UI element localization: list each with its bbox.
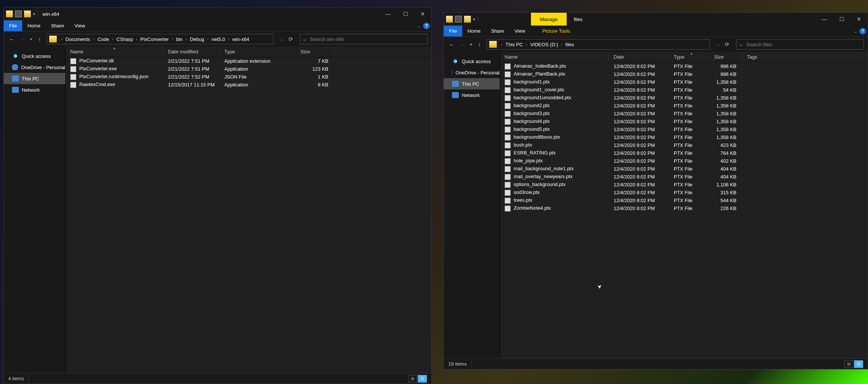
qat-dropdown-icon[interactable]: ▾ — [473, 17, 475, 22]
titlebar[interactable]: ▾ Manage files — ☐ ✕ — [444, 13, 868, 26]
file-row[interactable]: ESRB_RATING.ptx12/4/2020 8:02 PMPTX File… — [500, 149, 868, 157]
search-input[interactable]: ⌕ Search files — [736, 39, 864, 50]
help-icon[interactable]: ? — [859, 28, 866, 35]
nav-item-this-pc[interactable]: This PC — [4, 73, 65, 84]
nav-item-onedrive-personal[interactable]: OneDrive - Personal — [444, 67, 500, 78]
column-header-name[interactable]: Name — [500, 52, 609, 62]
chevron-right-icon[interactable]: › — [226, 37, 231, 41]
tab-file[interactable]: File — [444, 26, 462, 36]
nav-item-quick-access[interactable]: Quick access — [4, 50, 65, 62]
column-header-type[interactable]: Type — [220, 47, 301, 57]
file-row[interactable]: mail_overlay_newyears.ptx12/4/2020 8:02 … — [500, 173, 868, 181]
file-row[interactable]: PtxConverter.exe2/21/2022 7:51 PMApplica… — [66, 65, 431, 73]
history-dropdown-icon[interactable]: ▾ — [470, 42, 472, 47]
tab-file[interactable]: File — [4, 20, 22, 31]
column-header-tags[interactable]: Tags — [742, 52, 774, 62]
tab-home[interactable]: Home — [22, 20, 46, 31]
column-header-name[interactable]: Name▴ — [66, 47, 163, 57]
column-header-date[interactable]: Date — [609, 52, 669, 62]
file-row[interactable]: PtxConverter.runtimeconfig.json2/21/2022… — [66, 73, 431, 81]
file-row[interactable]: bush.ptx12/4/2020 8:02 PMPTX File423 KB — [500, 141, 868, 149]
file-row[interactable]: background6boss.ptx12/4/2020 8:02 PMPTX … — [500, 133, 868, 141]
view-details-button[interactable]: ☰ — [854, 360, 863, 368]
history-dropdown-icon[interactable]: ▾ — [30, 37, 32, 42]
chevron-right-icon[interactable]: › — [110, 37, 116, 41]
view-details-button[interactable]: ☰ — [418, 375, 427, 382]
minimize-button[interactable]: — — [380, 8, 397, 20]
file-row[interactable]: background1.ptx12/4/2020 8:02 PMPTX File… — [500, 78, 868, 86]
file-row[interactable]: background2.ptx12/4/2020 8:02 PMPTX File… — [500, 102, 868, 110]
refresh-icon[interactable]: ⟳ — [286, 36, 295, 42]
breadcrumb[interactable]: Code — [97, 36, 110, 42]
breadcrumb[interactable]: bin — [175, 36, 183, 42]
minimize-button[interactable]: — — [816, 13, 833, 26]
view-large-icons-button[interactable]: ▦ — [844, 360, 853, 368]
chevron-right-icon[interactable]: › — [59, 37, 65, 41]
file-row[interactable]: PtxConverter.dll2/21/2022 7:51 PMApplica… — [66, 57, 431, 65]
forward-button[interactable]: → — [459, 40, 467, 48]
address-dropdown-icon[interactable]: ⌄ — [714, 42, 722, 47]
chevron-right-icon[interactable]: › — [205, 37, 211, 41]
tab-share[interactable]: Share — [46, 20, 70, 31]
file-row[interactable]: hole_pipe.ptx12/4/2020 8:02 PMPTX File40… — [500, 157, 868, 165]
address-bar[interactable]: › Documents›Code›CSharp›PtxConverter›bin… — [47, 34, 274, 44]
file-row[interactable]: background1_cover.ptx12/4/2020 8:02 PMPT… — [500, 86, 868, 94]
back-button[interactable]: ← — [448, 40, 456, 48]
refresh-icon[interactable]: ⟳ — [723, 41, 732, 47]
forward-button[interactable]: → — [19, 35, 27, 43]
file-row[interactable]: background3.ptx12/4/2020 8:02 PMPTX File… — [500, 110, 868, 118]
nav-item-quick-access[interactable]: Quick access — [444, 56, 500, 67]
file-row[interactable]: RawtexCmd.exe12/15/2017 11:15 PMApplicat… — [66, 81, 431, 89]
column-header-type[interactable]: Type▴ — [669, 52, 714, 62]
qat-dropdown-icon[interactable]: ▾ — [33, 12, 35, 17]
file-row[interactable]: Almanac_IndexBack.ptx12/4/2020 8:02 PMPT… — [500, 62, 868, 70]
search-input[interactable]: ⌕ Search win-x64 — [300, 34, 428, 44]
help-icon[interactable]: ? — [423, 23, 430, 29]
tab-home[interactable]: Home — [462, 26, 486, 36]
file-row[interactable]: ZombieNote4.ptx12/4/2020 8:02 PMPTX File… — [500, 204, 868, 212]
file-row[interactable]: background4.ptx12/4/2020 8:02 PMPTX File… — [500, 118, 868, 125]
tab-view[interactable]: View — [69, 20, 90, 31]
column-header-size[interactable]: Size — [301, 47, 334, 57]
breadcrumb[interactable]: files — [565, 42, 575, 47]
breadcrumb[interactable]: PtxConverter — [139, 36, 169, 42]
column-header-date-modified[interactable]: Date modified — [163, 47, 220, 57]
breadcrumb[interactable]: Debug — [189, 36, 205, 42]
properties-icon[interactable] — [455, 16, 462, 23]
breadcrumb[interactable]: CSharp — [116, 36, 134, 42]
ribbon-collapse-icon[interactable]: ⌄ — [417, 24, 421, 29]
address-bar[interactable]: › This PC›VIDEOS (D:)›files — [487, 39, 710, 50]
tab-share[interactable]: Share — [486, 26, 510, 36]
up-button[interactable]: ↑ — [35, 35, 44, 43]
chevron-right-icon[interactable]: › — [499, 42, 505, 47]
file-row[interactable]: mail_background_note1.ptx12/4/2020 8:02 … — [500, 165, 868, 173]
maximize-button[interactable]: ☐ — [833, 13, 850, 26]
ribbon-collapse-icon[interactable]: ⌄ — [854, 29, 857, 34]
breadcrumb[interactable]: win-x64 — [231, 36, 250, 42]
column-header-size[interactable]: Size — [714, 52, 742, 62]
new-folder-icon[interactable] — [464, 16, 471, 23]
back-button[interactable]: ← — [8, 35, 16, 43]
breadcrumb[interactable]: VIDEOS (D:) — [529, 42, 559, 47]
breadcrumb[interactable]: This PC — [505, 42, 523, 47]
chevron-right-icon[interactable]: › — [559, 42, 564, 47]
chevron-right-icon[interactable]: › — [169, 37, 175, 41]
file-row[interactable]: sod3row.ptx12/4/2020 8:02 PMPTX File315 … — [500, 189, 868, 197]
chevron-right-icon[interactable]: › — [91, 37, 97, 41]
titlebar[interactable]: ▾ win-x64 — ☐ ✕ — [4, 8, 431, 20]
tab-view[interactable]: View — [509, 26, 530, 36]
tab-picture-tools[interactable]: Picture Tools — [537, 26, 575, 36]
file-row[interactable]: background5.ptx12/4/2020 8:02 PMPTX File… — [500, 125, 868, 133]
view-large-icons-button[interactable]: ▦ — [408, 375, 417, 382]
close-button[interactable]: ✕ — [850, 13, 868, 26]
nav-item-network[interactable]: Network — [4, 84, 65, 95]
chevron-right-icon[interactable]: › — [183, 37, 189, 41]
close-button[interactable]: ✕ — [414, 8, 431, 20]
file-rows[interactable]: Almanac_IndexBack.ptx12/4/2020 8:02 PMPT… — [500, 62, 868, 358]
file-rows[interactable]: PtxConverter.dll2/21/2022 7:51 PMApplica… — [66, 57, 431, 373]
file-row[interactable]: background1unsodded.ptx12/4/2020 8:02 PM… — [500, 94, 868, 102]
nav-item-network[interactable]: Network — [444, 89, 500, 101]
nav-item-this-pc[interactable]: This PC — [444, 78, 500, 89]
new-folder-icon[interactable] — [24, 11, 31, 17]
chevron-right-icon[interactable]: › — [134, 37, 139, 41]
